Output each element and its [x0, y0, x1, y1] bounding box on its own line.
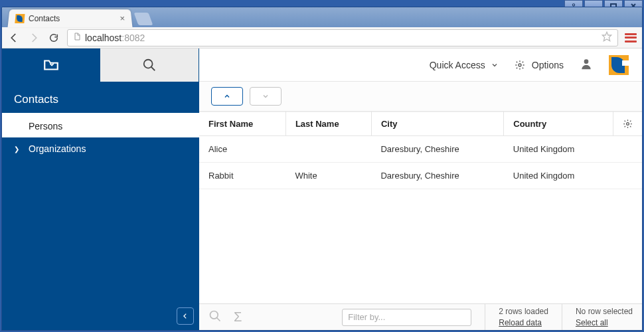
- options-menu[interactable]: Options: [515, 60, 564, 70]
- back-button[interactable]: [7, 31, 21, 44]
- column-header-first-name[interactable]: First Name: [199, 112, 285, 136]
- chevron-up-icon: [223, 92, 231, 100]
- sidebar-item-persons[interactable]: Persons: [2, 115, 199, 137]
- tab-title: Contacts: [28, 14, 60, 23]
- gear-icon: [623, 119, 633, 129]
- collapse-sidebar-button[interactable]: [177, 307, 194, 325]
- nav-down-button[interactable]: [250, 87, 282, 106]
- cell-last-name: [285, 136, 371, 163]
- table-row[interactable]: Alice Daresbury, Cheshire United Kingdom: [199, 136, 642, 163]
- cell-last-name: White: [285, 163, 371, 189]
- svg-line-12: [217, 318, 220, 321]
- svg-point-0: [572, 4, 574, 6]
- chevron-down-icon: [491, 61, 499, 69]
- cell-country: United Kingdom: [504, 136, 613, 163]
- column-header-last-name[interactable]: Last Name: [285, 112, 371, 136]
- browser-tab-strip: Contacts ×: [2, 7, 642, 27]
- person-icon: [580, 57, 593, 70]
- chrome-menu-icon[interactable]: [625, 32, 637, 44]
- table-settings-button[interactable]: [623, 119, 633, 129]
- svg-point-8: [519, 64, 521, 66]
- sidebar-tab-search[interactable]: [100, 48, 199, 82]
- folder-icon: [42, 56, 60, 74]
- reload-button[interactable]: [47, 31, 60, 44]
- rows-loaded-label: 2 rows loaded: [499, 306, 548, 317]
- column-header-country[interactable]: Country: [504, 112, 613, 136]
- quick-access-menu[interactable]: Quick Access: [430, 60, 499, 70]
- bookmark-star-icon[interactable]: [602, 31, 612, 44]
- status-search-icon[interactable]: [208, 309, 222, 325]
- sidebar-tab-outline[interactable]: [2, 48, 100, 82]
- cell-city: Daresbury, Cheshire: [371, 163, 503, 189]
- table-row[interactable]: Rabbit White Daresbury, Cheshire United …: [199, 163, 642, 189]
- cell-city: Daresbury, Cheshire: [371, 136, 503, 163]
- svg-point-11: [210, 311, 218, 319]
- topbar: Quick Access Options: [199, 48, 642, 82]
- quick-access-label: Quick Access: [430, 60, 485, 70]
- status-bar: Σ 2 rows loaded Reload data No row selec…: [199, 303, 642, 330]
- user-menu[interactable]: [580, 57, 593, 73]
- app-logo: [609, 55, 629, 75]
- column-header-city[interactable]: City: [371, 112, 503, 136]
- forward-button[interactable]: [27, 31, 40, 44]
- chevron-right-icon: ❯: [14, 145, 19, 153]
- breadcrumb-bar: [199, 82, 642, 112]
- data-table: First Name Last Name City Country Alice: [199, 112, 642, 303]
- new-tab-button[interactable]: [134, 13, 153, 25]
- nav-up-button[interactable]: [211, 87, 243, 106]
- selection-label: No row selected: [576, 306, 633, 317]
- sidebar-item-label: Persons: [29, 121, 62, 131]
- select-all-link[interactable]: Select all: [576, 317, 633, 328]
- svg-point-9: [584, 59, 589, 64]
- cell-first-name: Alice: [199, 136, 285, 163]
- chevron-down-icon: [262, 92, 270, 100]
- search-icon: [142, 58, 157, 72]
- tab-favicon: [15, 14, 25, 23]
- svg-marker-5: [602, 32, 611, 41]
- filter-input[interactable]: [342, 309, 471, 326]
- svg-line-7: [151, 67, 155, 71]
- sidebar-title: Contacts: [2, 82, 199, 115]
- sidebar: Contacts Persons ❯ Organizations: [2, 48, 199, 330]
- cell-first-name: Rabbit: [199, 163, 285, 189]
- cell-country: United Kingdom: [504, 163, 613, 189]
- svg-point-6: [144, 60, 153, 68]
- browser-tab[interactable]: Contacts ×: [8, 9, 133, 27]
- svg-point-10: [627, 123, 629, 125]
- tab-close-icon[interactable]: ×: [120, 13, 125, 23]
- options-label: Options: [532, 60, 564, 70]
- url-host: localhost: [85, 33, 121, 43]
- reload-data-link[interactable]: Reload data: [499, 317, 548, 328]
- page-icon: [73, 32, 81, 43]
- address-bar[interactable]: localhost:8082: [67, 29, 618, 46]
- url-port: :8082: [121, 33, 145, 43]
- sidebar-item-organizations[interactable]: ❯ Organizations: [2, 137, 199, 160]
- sidebar-item-label: Organizations: [29, 143, 86, 154]
- chevron-left-icon: [182, 313, 189, 319]
- browser-toolbar: localhost:8082: [2, 27, 642, 48]
- gear-icon: [515, 60, 525, 70]
- status-sigma-icon[interactable]: Σ: [234, 309, 242, 325]
